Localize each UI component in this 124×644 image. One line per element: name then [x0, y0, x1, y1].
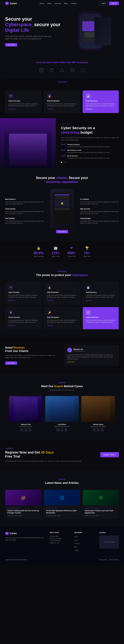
dot-2[interactable] [63, 162, 64, 163]
footer-link-about[interactable]: About [74, 540, 78, 541]
power-icon-1: 🛡 [8, 285, 13, 290]
service-desc-2: Lorem ipsum dolor sit amet, consectetur … [47, 103, 77, 107]
power-card-title-4: Server Security [8, 316, 38, 318]
service-link-3[interactable]: Read More › [86, 108, 116, 110]
social-fb-3[interactable]: f [92, 428, 96, 432]
slider-dots [61, 162, 119, 163]
service-icon-2: 🔒 [47, 94, 52, 98]
power-title: The power to protect your Cyberspace [5, 274, 119, 277]
secure-cta-button[interactable]: Learn More [56, 230, 68, 233]
signup-button[interactable]: Sign Up [109, 2, 119, 5]
nav-blog[interactable]: Blog [64, 2, 67, 4]
power-card-link-2[interactable]: Read More › [47, 300, 77, 301]
blog-card-3: 🌿 FOOD SUPPLY CHAIN Ransomware Threats L… [83, 490, 119, 518]
feature-desc-1: Lorem ipsum dolor sit amet, consectetur … [5, 201, 44, 205]
nav-about[interactable]: About [47, 2, 52, 4]
service-title-3: Data Recovery [86, 100, 116, 102]
footer-terms-link[interactable]: Terms & Service [109, 559, 119, 560]
logo-icon: 7 [5, 2, 9, 5]
feature-title-5: High Security [80, 208, 119, 210]
power-card-link-5[interactable]: Read More › [47, 325, 77, 326]
blog-tag-2: CYBER SECURITY [46, 508, 78, 509]
hero-title-line2: secure your [34, 22, 61, 27]
blog-post-title-3: Ransomware Threats Loom over Food Supply… [85, 510, 117, 514]
login-button[interactable]: Log In [99, 2, 108, 5]
social-fb-2[interactable]: f [56, 428, 60, 432]
social-li-3[interactable]: in [101, 428, 104, 432]
social-li-2[interactable]: in [64, 428, 68, 432]
company-logo-2 [49, 68, 54, 73]
reviews-cta-button[interactable]: Learn More [5, 362, 17, 365]
footer-brand-desc: Lorem ipsum dolor sit amet, consectetur … [5, 537, 44, 541]
nav-contact[interactable]: Contact [71, 2, 76, 4]
power-card-link-1[interactable]: Read More › [8, 300, 38, 301]
cta-register-button[interactable]: Register Now > [100, 452, 119, 457]
footer-links-list: Home About Services Blog Contact [74, 536, 94, 551]
phone-screen: 🔒 [53, 193, 71, 224]
reviews-right: 👤 Marquee Jim CEO, Company Inc. Lorem ip… [64, 345, 119, 366]
footer-link-blog[interactable]: Blog [74, 546, 77, 548]
nav-home[interactable]: Home [40, 2, 44, 4]
team-social-3: f t in [81, 428, 115, 432]
cyber-section: ABOUT US Cyber Security on a shoestring … [0, 118, 124, 168]
power-card-link-6[interactable]: Read More › [86, 325, 116, 326]
dot-3[interactable] [64, 162, 66, 163]
stat-icon-4: 🏆 [83, 246, 91, 250]
company-logos-row [5, 68, 119, 73]
footer-link-contact[interactable]: Contact [74, 550, 79, 551]
team-description: Lorem ipsum dolor sit amet consectetur. [5, 389, 119, 391]
blog-content-2: CYBER SECURITY Former NSA Operations Wor… [44, 506, 80, 518]
service-desc-1: Lorem ipsum dolor sit amet, consectetur … [8, 103, 38, 107]
feature-full-visibility: Full Visibility Lorem ipsum dolor sit am… [5, 218, 44, 224]
footer-link-home[interactable]: Home [74, 536, 78, 538]
brand-logo[interactable]: 7 Cynex [5, 2, 17, 5]
cyber-person-image [0, 118, 56, 168]
social-fb-1[interactable]: f [20, 428, 23, 432]
service-link-2[interactable]: Read More › [47, 108, 77, 110]
hero-title: Secure your Cyberspace, secure your Digi… [5, 16, 62, 33]
phone-bar-3 [55, 198, 69, 198]
blog-meta-2: November 12, 2023 · Admin [46, 515, 78, 516]
social-li-1[interactable]: in [28, 428, 32, 432]
step-label-3: Step 03 [61, 155, 66, 156]
blog-img-3: 🌿 [83, 490, 119, 506]
power-card-3: 💾 Data Recovery Lorem ipsum dolor sit am… [83, 282, 119, 304]
stat-label-4: Awards Won [83, 256, 91, 257]
feature-title-4: A+ Certified [80, 198, 119, 200]
stat-number-2: 270+ [52, 251, 60, 255]
services-label: OUR SERVICES [57, 81, 67, 83]
hero-description: Lorem ipsum dolor sit amet, consectetur … [5, 35, 54, 40]
step-3: Step 03 Set Up Security Lorem ipsum dolo… [61, 155, 119, 159]
footer-link-services[interactable]: Services [74, 543, 79, 544]
stat-clients: 🏢 270+ Happy Clients [52, 246, 60, 257]
social-tw-1[interactable]: t [24, 428, 27, 432]
stat-uptime: 🔒 99.9% Uptime Guarantee [33, 246, 44, 257]
hero-cta-button[interactable]: Learn More [5, 43, 17, 46]
social-tw-2[interactable]: t [61, 428, 63, 432]
step-2: Step 02 Specifications Listed Lorem ipsu… [61, 150, 119, 154]
social-tw-3[interactable]: t [97, 428, 100, 432]
dot-1[interactable] [61, 162, 62, 163]
footer-phone: +1 (555) 000-0000 [50, 540, 69, 541]
step-content-1: Company Analysis Lorem ipsum dolor sit a… [67, 144, 110, 148]
power-card-link-3[interactable]: Read More › [86, 300, 116, 301]
blog-img-2: 🌐 [44, 490, 80, 506]
power-card-title-1: Cyber Security [8, 292, 38, 293]
power-card-desc-1: Lorem ipsum dolor sit amet, consectetur … [8, 294, 38, 298]
footer-city: New York, NY 10001 [50, 538, 69, 539]
feature-certified: A+ Certified Lorem ipsum dolor sit amet,… [80, 198, 119, 205]
review-card: 👤 Marquee Jim CEO, Company Inc. Lorem ip… [64, 345, 119, 366]
reviews-section: Good Reviews From Our Clients Lorem ipsu… [0, 337, 124, 374]
footer-privacy-link[interactable]: Privacy Policy [99, 559, 107, 560]
nav-services[interactable]: Services [55, 2, 61, 4]
team-social-2: f t in [45, 428, 79, 432]
blog-content-1: CYBER SECURITY Hackers Attacking 39% Sec… [5, 506, 41, 518]
service-link-1[interactable]: Read More › [8, 108, 38, 110]
team-card-1: Samuel Tom Cyber Security Expert f t in [9, 396, 43, 432]
feature-desc-5: Lorem ipsum dolor sit amet, consectetur … [80, 210, 119, 214]
power-card-1: 🛡 Cyber Security Lorem ipsum dolor sit a… [5, 282, 41, 304]
power-card-desc-2: Lorem ipsum dolor sit amet, consectetur … [47, 294, 77, 298]
feature-desc-3: Lorem ipsum dolor sit amet, consectetur … [5, 220, 44, 224]
power-card-desc-3: Lorem ipsum dolor sit amet, consectetur … [86, 294, 116, 298]
power-card-link-4[interactable]: Read More › [8, 325, 38, 326]
